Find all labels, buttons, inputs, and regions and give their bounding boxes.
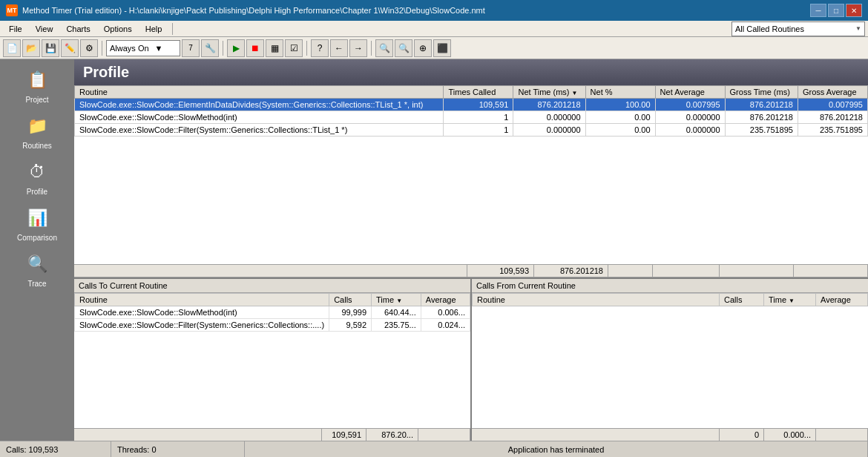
calls-to-table: Routine Calls Time ▼ Average SlowCode.ex… [74, 293, 470, 332]
cell-gross-time: 235.751895 [725, 124, 798, 137]
cell-times-called: 109,591 [444, 99, 513, 111]
main-table-container[interactable]: Routine Times Called Net Time (ms) ▼ Net… [74, 85, 868, 264]
bl-cell-routine: SlowCode.exe::SlowCode::SlowMethod(int) [75, 306, 329, 319]
total-gross-avg [794, 265, 868, 277]
sidebar-label-comparison: Comparison [17, 234, 57, 242]
back-button[interactable]: ← [330, 39, 348, 57]
toolbar-separator-1 [102, 41, 102, 56]
menu-charts[interactable]: Charts [60, 23, 96, 35]
menu-file[interactable]: File [3, 23, 28, 35]
menu-help[interactable]: Help [139, 23, 168, 35]
always-on-dropdown[interactable]: Always On ▼ [106, 40, 180, 56]
open-button[interactable]: 📂 [22, 39, 40, 57]
run-button[interactable]: ▶ [227, 39, 245, 57]
sidebar-item-trace[interactable]: 🔍 Trace [4, 246, 70, 292]
cell-net-time: 876.201218 [513, 99, 585, 111]
trace-icon: 🔍 [24, 251, 50, 277]
save-button[interactable]: 💾 [42, 39, 59, 57]
table-row[interactable]: SlowCode.exe::SlowCode::ElementInDataDiv… [75, 99, 868, 111]
list-item[interactable]: SlowCode.exe::SlowCode::SlowMethod(int) … [75, 306, 470, 319]
menu-bar: File View Charts Options Help All Called… [0, 21, 868, 37]
total-spacer [74, 265, 467, 277]
cell-net-avg: 0.007995 [655, 99, 725, 111]
bt-col-routine[interactable]: Routine [75, 294, 329, 306]
forward-button[interactable]: → [349, 39, 367, 57]
toolbar-separator-2 [223, 41, 223, 56]
content-area: Profile Routine Times Called Net Time (m… [74, 59, 868, 441]
bottom-right-panel: Calls From Current Routine Routine Calls… [470, 279, 868, 441]
table-row[interactable]: SlowCode.exe::SlowCode::Filter(System::G… [75, 124, 868, 137]
new-button[interactable]: 📄 [3, 39, 21, 57]
col-header-routine[interactable]: Routine [75, 86, 444, 99]
col-header-times-called[interactable]: Times Called [444, 86, 513, 99]
bt-col-average[interactable]: Average [421, 294, 470, 306]
stop-button[interactable]: ⏹ [246, 39, 264, 57]
bl-cell-calls: 9,592 [329, 319, 372, 332]
bl-cell-calls: 99,999 [329, 306, 372, 319]
filter-btn[interactable]: 🔧 [201, 39, 219, 57]
calls-to-header: Calls To Current Routine [74, 279, 470, 293]
settings-button[interactable]: ⚙ [80, 39, 98, 57]
bt-col-time[interactable]: Time ▼ [372, 294, 421, 306]
restore-button[interactable]: □ [828, 4, 844, 17]
total-gross-time [720, 265, 794, 277]
bf-total-time: 0.000... [764, 429, 816, 441]
zoom-out-button[interactable]: 🔍 [375, 39, 393, 57]
cell-routine: SlowCode.exe::SlowCode::Filter(System::G… [75, 124, 444, 137]
total-net-time: 876.201218 [534, 265, 608, 277]
table-row[interactable]: SlowCode.exe::SlowCode::SlowMethod(int) … [75, 111, 868, 124]
check-button[interactable]: ☑ [285, 39, 303, 57]
sidebar-label-trace: Trace [27, 280, 46, 288]
close-button[interactable]: ✕ [846, 4, 862, 17]
routine-filter-dropdown[interactable]: All Called Routines ▼ [731, 22, 865, 36]
status-threads: Threads: 0 [111, 441, 245, 457]
bottom-left-total: 109,591 876.20... [74, 428, 470, 441]
zoom-in-button[interactable]: 🔍 [395, 39, 412, 57]
project-icon: 📋 [24, 67, 50, 93]
bt-col-calls[interactable]: Calls [329, 294, 372, 306]
col-header-gross-avg[interactable]: Gross Average [798, 86, 867, 99]
cell-times-called: 1 [444, 124, 513, 137]
help-button[interactable]: ? [311, 39, 329, 57]
bf-col-calls[interactable]: Calls [720, 294, 764, 306]
num-btn[interactable]: 7 [182, 39, 200, 57]
cell-routine: SlowCode.exe::SlowCode::ElementInDataDiv… [75, 99, 444, 111]
list-item[interactable]: SlowCode.exe::SlowCode::Filter(System::G… [75, 319, 470, 332]
cell-net-avg: 0.000000 [655, 111, 725, 124]
grid-button[interactable]: ▦ [266, 39, 283, 57]
col-header-net-pct[interactable]: Net % [585, 86, 655, 99]
sidebar-label-profile: Profile [27, 188, 47, 196]
sidebar-item-project[interactable]: 📋 Project [4, 62, 70, 108]
bf-col-time[interactable]: Time ▼ [764, 294, 816, 306]
always-on-arrow-icon: ▼ [155, 44, 163, 53]
total-net-pct [608, 265, 653, 277]
sidebar-item-routines[interactable]: 📁 Routines [4, 108, 70, 154]
toolbar: 📄 📂 💾 ✏️ ⚙ Always On ▼ 7 🔧 ▶ ⏹ ▦ ☑ ? ← →… [0, 37, 868, 59]
title-bar: MT Method Timer (Trial edition) - H:\cla… [0, 0, 868, 21]
col-header-gross-time[interactable]: Gross Time (ms) [725, 86, 798, 99]
sidebar-item-profile[interactable]: ⏱ Profile [4, 154, 70, 200]
col-header-net-time[interactable]: Net Time (ms) ▼ [513, 86, 585, 99]
sidebar-item-comparison[interactable]: 📊 Comparison [4, 200, 70, 246]
bf-col-routine[interactable]: Routine [473, 294, 720, 306]
bl-cell-routine: SlowCode.exe::SlowCode::Filter(System::G… [75, 319, 329, 332]
bf-total-avg [816, 429, 868, 441]
edit-button[interactable]: ✏️ [61, 39, 79, 57]
bf-col-average[interactable]: Average [816, 294, 868, 306]
bt-total-calls: 109,591 [322, 429, 366, 441]
col-header-net-avg[interactable]: Net Average [655, 86, 725, 99]
main-total-row: 109,593 876.201218 [74, 264, 868, 277]
capture-button[interactable]: ⬛ [433, 39, 451, 57]
zoom-fit-button[interactable]: ⊕ [414, 39, 432, 57]
menu-view[interactable]: View [30, 23, 59, 35]
cell-net-pct: 100.00 [585, 99, 655, 111]
window-title: Method Timer (Trial edition) - H:\clanki… [22, 6, 485, 15]
sidebar: 📋 Project 📁 Routines ⏱ Profile 📊 Compari… [0, 59, 74, 441]
sidebar-label-project: Project [25, 96, 48, 104]
profile-table: Routine Times Called Net Time (ms) ▼ Net… [74, 85, 868, 137]
dropdown-arrow-icon: ▼ [855, 25, 861, 32]
bf-total-calls: 0 [720, 429, 764, 441]
minimize-button[interactable]: ─ [810, 4, 826, 17]
menu-options[interactable]: Options [98, 23, 138, 35]
bottom-right-total: 0 0.000... [472, 428, 868, 441]
